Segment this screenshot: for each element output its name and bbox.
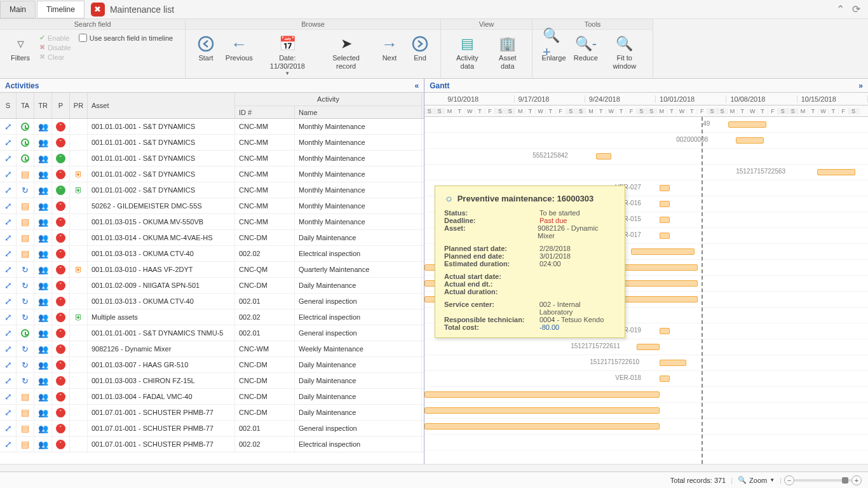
col-s[interactable]: S <box>0 93 17 118</box>
expand-icon[interactable]: ⤢ <box>4 376 12 386</box>
expand-icon[interactable]: ⤢ <box>4 312 12 322</box>
table-row[interactable]: ⤢▤👥˅001.07.01-001 - SCHUSTER PHMB-77CNC-… <box>0 405 424 421</box>
gantt-row[interactable]: 15121715722563 <box>424 165 868 180</box>
table-row[interactable]: ⤢↻👥˅001.01.03-003 - CHIRON FZ-15LCNC-DMD… <box>0 373 424 389</box>
col-pr[interactable]: PR <box>70 93 88 118</box>
expand-icon[interactable]: ⤢ <box>4 391 12 402</box>
col-tr[interactable]: TR <box>34 93 52 118</box>
expand-icon[interactable]: ⤢ <box>4 137 12 147</box>
collapse-left-icon[interactable]: « <box>415 81 419 90</box>
table-row[interactable]: ⤢▤👥˅001.01.03-015 - OKUMA MV-550VBCNC-MM… <box>0 214 424 230</box>
col-ta[interactable]: TA <box>17 93 34 118</box>
gantt-bar[interactable] <box>817 169 855 175</box>
gantt-bar[interactable] <box>728 121 766 128</box>
expand-icon[interactable]: ⤢ <box>4 423 12 433</box>
enable-button[interactable]: ✔Enable <box>39 34 71 42</box>
col-id[interactable]: ID # <box>235 105 295 119</box>
expand-icon[interactable]: ⤢ <box>4 296 12 306</box>
table-row[interactable]: ⤢↻👥˅001.01.03-007 - HAAS GR-510CNC-DMDai… <box>0 357 424 373</box>
collapse-ribbon-icon[interactable]: ⌃ <box>836 3 844 15</box>
expand-icon[interactable]: ⤢ <box>4 233 12 243</box>
expand-right-icon[interactable]: » <box>858 81 863 90</box>
use-search-timeline-checkbox[interactable] <box>79 34 87 42</box>
gantt-row[interactable] <box>424 419 868 435</box>
gantt-row[interactable]: 002000008 <box>424 133 868 149</box>
selected-record-button[interactable]: ➤Selected record <box>318 32 374 72</box>
fit-window-button[interactable]: 🔍Fit to window <box>601 32 648 72</box>
asset-data-button[interactable]: 🏢Asset data <box>489 32 527 72</box>
expand-icon[interactable]: ⤢ <box>4 360 12 370</box>
gantt-bar[interactable] <box>660 233 670 239</box>
previous-button[interactable]: ←Previous <box>221 32 257 64</box>
gantt-row[interactable]: 15121715722611 <box>424 339 868 355</box>
gantt-bar[interactable] <box>736 137 764 144</box>
gantt-bar[interactable] <box>424 407 660 414</box>
zoom-in-button[interactable]: + <box>851 475 862 485</box>
gantt-bar[interactable] <box>660 328 670 334</box>
chevron-down-icon[interactable]: ▼ <box>770 477 775 483</box>
table-row[interactable]: ⤢▤👥˅001.01.03-004 - FADAL VMC-40CNC-DMDa… <box>0 389 424 405</box>
grid-body[interactable]: ⤢👥˅001.01.01-001 - S&T DYNAMICSCNC-MMMon… <box>0 119 424 464</box>
date-button[interactable]: 📅Date: 11/30/2018▼ <box>257 32 318 78</box>
table-row[interactable]: ⤢↻👥˅001.01.02-009 - NIIGATA SPN-501CNC-D… <box>0 278 424 294</box>
gantt-row[interactable] <box>424 403 868 419</box>
expand-icon[interactable]: ⤢ <box>4 169 12 179</box>
gantt-bar[interactable] <box>660 201 670 207</box>
reduce-button[interactable]: 🔍-Reduce <box>570 32 601 64</box>
table-row[interactable]: ⤢▤👥˅001.07.01-001 - SCHUSTER PHMB-77002.… <box>0 437 424 452</box>
expand-icon[interactable]: ⤢ <box>4 264 12 274</box>
gantt-bar[interactable] <box>637 344 660 350</box>
expand-icon[interactable]: ⤢ <box>4 153 12 163</box>
gantt-row[interactable]: 15121715722610 <box>424 355 868 371</box>
gantt-bar[interactable] <box>424 423 660 430</box>
table-row[interactable]: ⤢↻👥˅001.01.03-013 - OKUMA CTV-40002.01Ge… <box>0 294 424 309</box>
table-row[interactable]: ⤢👥˅001.01.01-001 - S&T DYNAMICS TNMU-500… <box>0 325 424 341</box>
expand-icon[interactable]: ⤢ <box>4 280 12 290</box>
horizontal-scrollbar[interactable] <box>0 464 868 471</box>
table-row[interactable]: ⤢👥˅001.01.01-001 - S&T DYNAMICSCNC-MMMon… <box>0 135 424 151</box>
gantt-row[interactable] <box>424 387 868 403</box>
gantt-row[interactable]: 5552125842 <box>424 149 868 165</box>
expand-icon[interactable]: ⤢ <box>4 344 12 354</box>
expand-icon[interactable]: ⤢ <box>4 248 12 259</box>
tab-main[interactable]: Main <box>0 1 36 18</box>
next-button[interactable]: →Next <box>374 32 405 64</box>
table-row[interactable]: ⤢↻👥˅⛨Multiple assets002.02Electrical ins… <box>0 309 424 325</box>
gantt-bar[interactable] <box>631 248 695 255</box>
expand-icon[interactable]: ⤢ <box>4 185 12 195</box>
refresh-icon[interactable]: ⟳ <box>852 3 860 15</box>
gantt-bar[interactable] <box>660 376 670 382</box>
start-button[interactable]: Start <box>191 32 221 64</box>
table-row[interactable]: ⤢▤👥˅⛨001.01.01-002 - S&T DYNAMICSCNC-MMM… <box>0 166 424 182</box>
expand-icon[interactable]: ⤢ <box>4 217 12 227</box>
expand-icon[interactable]: ⤢ <box>4 121 12 132</box>
table-row[interactable]: ⤢👥˅001.01.01-001 - S&T DYNAMICSCNC-MMMon… <box>0 119 424 135</box>
disable-button[interactable]: ✖Disable <box>39 43 71 51</box>
gantt-row[interactable]: VER-018 <box>424 371 868 387</box>
gantt-bar[interactable] <box>660 217 670 223</box>
table-row[interactable]: ⤢▤👥˅001.07.01-001 - SCHUSTER PHMB-77002.… <box>0 421 424 437</box>
col-name[interactable]: Name <box>295 105 422 119</box>
tab-timeline[interactable]: Timeline <box>37 1 85 18</box>
enlarge-button[interactable]: 🔍+Enlarge <box>538 32 570 64</box>
expand-icon[interactable]: ⤢ <box>4 328 12 338</box>
table-row[interactable]: ⤢▤👥˅001.01.03-014 - OKUMA MC-4VAE-HSCNC-… <box>0 230 424 246</box>
filters-button[interactable]: ▿ Filters <box>5 32 36 64</box>
zoom-slider[interactable] <box>794 479 851 482</box>
table-row[interactable]: ⤢↻👥˄⛨001.01.01-002 - S&T DYNAMICSCNC-MMM… <box>0 182 424 198</box>
gantt-bar[interactable] <box>596 153 611 159</box>
clear-button[interactable]: ✖Clear <box>39 53 71 61</box>
gantt-bar[interactable] <box>660 360 686 366</box>
expand-icon[interactable]: ⤢ <box>4 201 12 211</box>
activity-data-button[interactable]: ▤Activity data <box>446 32 489 72</box>
table-row[interactable]: ⤢↻👥˅⛨001.01.03-010 - HAAS VF-2DYTCNC-QMQ… <box>0 262 424 278</box>
gantt-bar[interactable] <box>424 391 660 398</box>
gantt-row[interactable] <box>424 435 868 451</box>
end-button[interactable]: End <box>405 32 435 64</box>
table-row[interactable]: ⤢▤👥˅50262 - GILDEMEISTER DMC-55SCNC-MMMo… <box>0 198 424 214</box>
gantt-bar[interactable] <box>660 185 670 191</box>
col-asset[interactable]: Asset <box>88 93 235 118</box>
table-row[interactable]: ⤢👥˄001.01.01-001 - S&T DYNAMICSCNC-MMMon… <box>0 151 424 166</box>
expand-icon[interactable]: ⤢ <box>4 439 12 449</box>
table-row[interactable]: ⤢▤👥˅001.01.03-013 - OKUMA CTV-40002.02El… <box>0 246 424 262</box>
